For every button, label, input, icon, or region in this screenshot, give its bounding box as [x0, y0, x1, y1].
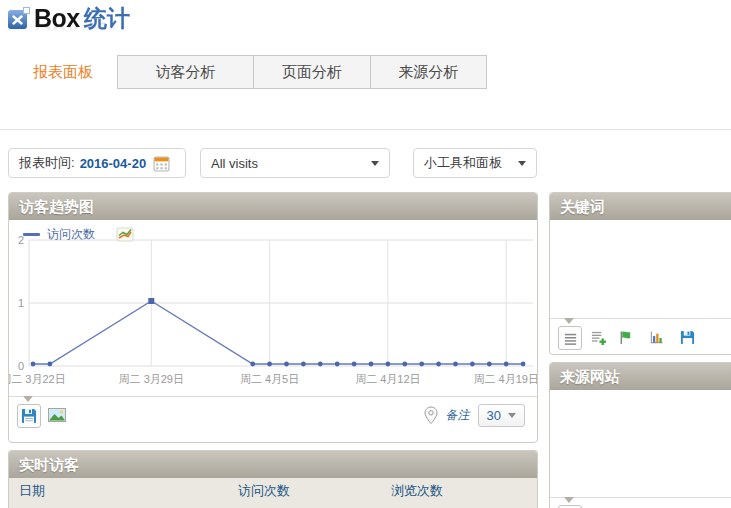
svg-text:周二 3月22日: 周二 3月22日	[9, 373, 66, 385]
realtime-visitors-widget: 实时访客 日期 访问次数 浏览次数	[8, 450, 538, 508]
visits-evolution-widget: 访客趋势图 访问次数 012周二 3月22日周二 3月29日周二 4月5日周二 …	[8, 192, 538, 443]
keywords-header[interactable]: 关键词	[550, 193, 731, 220]
keywords-footer	[550, 318, 731, 350]
annotations-link[interactable]: 备注	[446, 407, 470, 424]
footer-expander-icon[interactable]	[564, 318, 574, 324]
column-visits[interactable]: 访问次数	[238, 478, 391, 508]
chevron-down-icon	[508, 413, 516, 418]
table-view-icon[interactable]	[558, 326, 582, 350]
header-divider	[0, 129, 731, 130]
tab-dashboard[interactable]: 报表面板	[8, 55, 118, 89]
column-date[interactable]: 日期	[9, 478, 238, 508]
keywords-widget: 关键词	[549, 192, 731, 355]
report-time-label: 报表时间:	[19, 154, 75, 172]
segment-selector[interactable]: All visits	[200, 148, 390, 178]
widgets-button-label: 小工具和面板	[424, 154, 502, 172]
legend-series-dash	[23, 233, 40, 236]
tab-referrers[interactable]: 来源分析	[370, 55, 487, 89]
referrer-websites-empty-body	[550, 390, 731, 497]
referrer-websites-footer	[550, 497, 731, 508]
visits-evolution-body: 访问次数 012周二 3月22日周二 3月29日周二 4月5日周二 4月12日周…	[9, 220, 537, 396]
calendar-icon	[153, 155, 170, 172]
export-image-icon[interactable]	[46, 404, 68, 426]
column-pageviews[interactable]: 浏览次数	[391, 478, 537, 508]
visits-evolution-header[interactable]: 访客趋势图	[9, 193, 537, 220]
filter-bar: 报表时间: 2016-04-20 All visits 小工具和面板	[8, 148, 731, 178]
segment-value: All visits	[211, 156, 258, 171]
export-data-icon[interactable]	[676, 326, 698, 348]
all-columns-view-icon[interactable]	[587, 326, 609, 348]
series-picker-icon[interactable]	[116, 227, 134, 243]
date-range-selector[interactable]: 报表时间: 2016-04-20	[8, 148, 186, 178]
main-nav-tabs: 报表面板 访客分析 页面分析 来源分析	[8, 55, 487, 89]
svg-text:1: 1	[18, 297, 24, 309]
visits-evolution-plot: 012周二 3月22日周二 3月29日周二 4月5日周二 4月12日周二 4月1…	[9, 232, 537, 390]
keywords-empty-body	[550, 220, 731, 318]
report-date-value: 2016-04-20	[80, 156, 147, 171]
bar-chart-view-icon[interactable]	[645, 326, 667, 348]
row-count-value: 30	[487, 408, 501, 423]
row-count-select[interactable]: 30	[478, 404, 525, 427]
visits-evolution-footer: 备注 30	[9, 396, 537, 428]
chevron-down-icon	[371, 161, 379, 166]
goals-flag-icon[interactable]	[614, 326, 636, 348]
svg-text:0: 0	[18, 360, 24, 372]
realtime-visitors-header[interactable]: 实时访客	[9, 451, 537, 478]
chart-legend: 访问次数	[23, 226, 134, 243]
svg-text:周二 3月29日: 周二 3月29日	[119, 373, 184, 385]
export-data-icon[interactable]	[17, 404, 41, 428]
box-logo-icon	[8, 7, 30, 30]
tab-visitors[interactable]: 访客分析	[117, 55, 254, 89]
dashboard-page: Box 统计 报表面板 访客分析 页面分析 来源分析 报表时间: 2016-04…	[0, 0, 731, 508]
tab-pages[interactable]: 页面分析	[253, 55, 371, 89]
app-logo[interactable]: Box 统计	[8, 3, 130, 34]
referrer-websites-header[interactable]: 来源网站	[550, 363, 731, 390]
realtime-table-header: 日期 访问次数 浏览次数	[9, 478, 537, 508]
annotations-pin-icon[interactable]	[424, 406, 438, 425]
brand-name: Box	[34, 4, 80, 33]
footer-expander-icon[interactable]	[564, 497, 574, 503]
svg-text:周二 4月12日: 周二 4月12日	[355, 373, 420, 385]
chevron-down-icon	[518, 161, 526, 166]
svg-text:周二 4月5日: 周二 4月5日	[240, 373, 299, 385]
svg-text:周二 4月19日: 周二 4月19日	[473, 373, 537, 385]
widgets-and-dashboard-button[interactable]: 小工具和面板	[413, 148, 537, 178]
footer-expander-icon[interactable]	[23, 396, 33, 402]
brand-name-cn: 统计	[84, 3, 130, 34]
legend-series-label: 访问次数	[47, 226, 95, 243]
chart-footer-right: 备注 30	[424, 404, 525, 427]
referrer-websites-widget: 来源网站	[549, 362, 731, 508]
